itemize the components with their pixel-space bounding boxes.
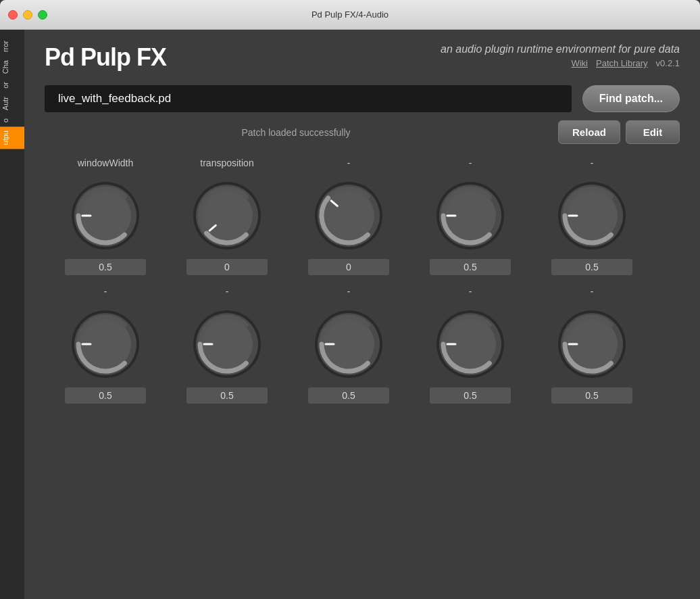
knob-label-knobs-row-1-3: -: [469, 158, 472, 171]
knob-dial-knobs-row-1-4[interactable]: [551, 175, 632, 256]
header-links: Wiki Patch Library v0.2.1: [441, 58, 680, 68]
knob-dial-knobs-row-1-1[interactable]: [186, 175, 268, 256]
patch-library-link[interactable]: Patch Library: [596, 58, 648, 68]
sidebar-item-cha[interactable]: Cha: [0, 56, 24, 78]
knob-dial-knobs-row-1-3[interactable]: [430, 175, 511, 256]
knob-label-knobs-row-2-4: -: [591, 286, 594, 300]
header-section: Pd Pulp FX an audio plugin runtime envir…: [45, 43, 680, 72]
knob-knobs-row-2-1[interactable]: - 0.5: [166, 286, 288, 404]
knob-value-knobs-row-1-4: 0.5: [551, 259, 632, 275]
knob-value-knobs-row-1-0: 0.5: [65, 259, 146, 275]
knob-knobs-row-2-2[interactable]: - 0.5: [288, 286, 409, 404]
knob-dial-knobs-row-2-0[interactable]: [65, 304, 146, 385]
knob-label-knobs-row-1-2: -: [347, 158, 351, 171]
knob-label-knobs-row-2-0: -: [104, 286, 107, 300]
knob-label-knobs-row-2-2: -: [347, 286, 351, 300]
knob-dial-knobs-row-2-3[interactable]: [430, 304, 511, 385]
knobs-row-2: - 0.5- 0.5- 0.5-: [45, 286, 680, 404]
wiki-link[interactable]: Wiki: [571, 58, 588, 68]
knob-dial-knobs-row-1-0[interactable]: [65, 175, 146, 256]
knob-label-knobs-row-1-0: windowWidth: [78, 158, 133, 171]
knob-dial-knobs-row-2-2[interactable]: [308, 304, 389, 385]
close-button[interactable]: [8, 10, 18, 20]
main-content: Pd Pulp FX an audio plugin runtime envir…: [24, 30, 700, 599]
knob-knobs-row-2-0[interactable]: - 0.5: [45, 286, 166, 404]
action-buttons: Reload Edit: [558, 120, 680, 144]
sidebar-item-or[interactable]: or: [0, 78, 24, 93]
patch-status: Patch loaded successfully: [45, 127, 547, 138]
patch-section: live_with_feedback.pd Find patch...: [45, 85, 680, 112]
knobs-row-1: windowWidth 0.5transposition 0-: [45, 158, 680, 275]
knob-value-knobs-row-2-1: 0.5: [186, 387, 268, 404]
knob-dial-knobs-row-2-1[interactable]: [186, 304, 268, 385]
knob-knobs-row-1-4[interactable]: - 0.5: [531, 158, 653, 275]
sidebar-item-error[interactable]: rror: [0, 37, 24, 56]
knob-value-knobs-row-2-0: 0.5: [65, 387, 146, 404]
edit-button[interactable]: Edit: [626, 120, 680, 144]
titlebar: Pd Pulp FX/4-Audio: [0, 0, 700, 30]
knob-knobs-row-1-3[interactable]: - 0.5: [409, 158, 531, 275]
knob-value-knobs-row-1-3: 0.5: [430, 259, 511, 275]
knob-value-knobs-row-2-3: 0.5: [430, 387, 511, 404]
patch-filename: live_with_feedback.pd: [45, 85, 572, 112]
knob-value-knobs-row-1-2: 0: [308, 259, 389, 275]
reload-button[interactable]: Reload: [558, 120, 620, 144]
sidebar: rror Cha or Autr o utpu: [0, 30, 24, 599]
knob-value-knobs-row-2-2: 0.5: [308, 387, 389, 404]
find-patch-button[interactable]: Find patch...: [582, 85, 680, 112]
knob-knobs-row-2-3[interactable]: - 0.5: [409, 286, 531, 404]
app-title: Pd Pulp FX: [45, 43, 166, 72]
knob-label-knobs-row-1-4: -: [591, 158, 594, 171]
knob-knobs-row-1-0[interactable]: windowWidth 0.5: [45, 158, 166, 275]
sidebar-item-o[interactable]: o: [0, 114, 24, 126]
knob-label-knobs-row-2-3: -: [469, 286, 472, 300]
header-right: an audio plugin runtime environment for …: [441, 43, 680, 68]
version-text: v0.2.1: [656, 58, 680, 68]
knob-knobs-row-1-1[interactable]: transposition 0: [166, 158, 288, 275]
sidebar-item-output[interactable]: utpu: [0, 126, 24, 149]
knob-label-knobs-row-1-1: transposition: [200, 158, 253, 171]
knob-dial-knobs-row-1-2[interactable]: [308, 175, 389, 256]
window-title: Pd Pulp FX/4-Audio: [311, 9, 389, 20]
knob-value-knobs-row-1-1: 0: [186, 259, 268, 275]
sidebar-item-auto[interactable]: Autr: [0, 93, 24, 114]
knob-knobs-row-2-4[interactable]: - 0.5: [531, 286, 653, 404]
titlebar-buttons: [8, 10, 47, 20]
app-subtitle: an audio plugin runtime environment for …: [441, 43, 680, 55]
knob-knobs-row-1-2[interactable]: - 0: [288, 158, 409, 275]
minimize-button[interactable]: [23, 10, 32, 20]
knob-dial-knobs-row-2-4[interactable]: [551, 304, 632, 385]
patch-status-row: Patch loaded successfully Reload Edit: [45, 120, 680, 144]
maximize-button[interactable]: [38, 10, 47, 20]
knob-value-knobs-row-2-4: 0.5: [551, 387, 632, 404]
knob-label-knobs-row-2-1: -: [226, 286, 229, 300]
